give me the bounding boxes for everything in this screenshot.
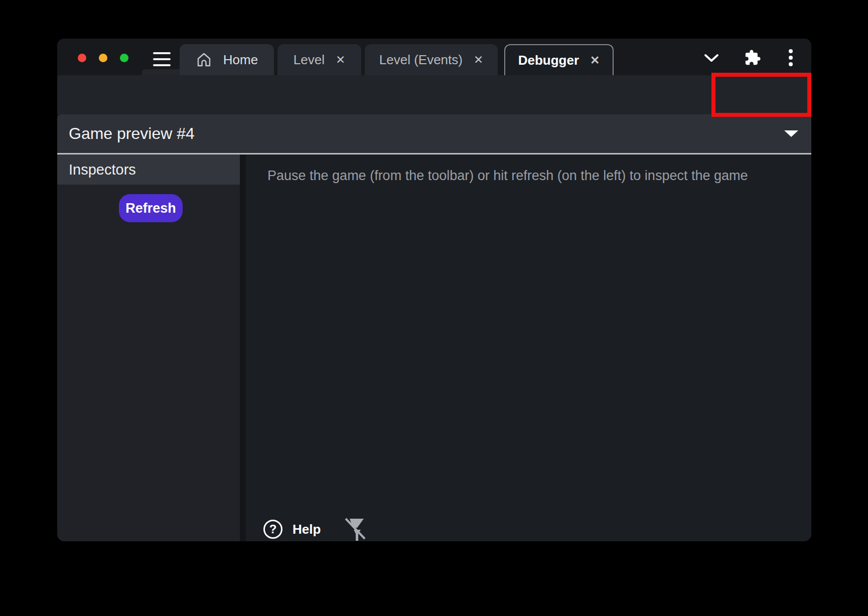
- inspectors-title: Inspectors: [69, 162, 136, 178]
- close-icon[interactable]: ✕: [336, 54, 345, 66]
- home-icon: [196, 52, 212, 68]
- refresh-button[interactable]: Refresh: [119, 194, 183, 222]
- inspectors-sidebar: Inspectors Refresh: [57, 155, 240, 541]
- tab-label: Level: [294, 52, 325, 68]
- kebab-menu-icon[interactable]: [789, 49, 793, 66]
- debugger-hint-text: Pause the game (from the toolbar) or hit…: [267, 168, 748, 184]
- game-preview-header[interactable]: Game preview #4: [57, 114, 811, 153]
- puzzle-extension-icon[interactable]: [744, 49, 761, 66]
- chevron-down-icon[interactable]: [704, 54, 719, 62]
- tab-bar: Home Level ✕ Level (Events) ✕ Debugger ✕: [57, 39, 811, 75]
- hamburger-menu-icon[interactable]: [153, 52, 171, 66]
- app-window: Home Level ✕ Level (Events) ✕ Debugger ✕: [57, 39, 811, 541]
- game-preview-title: Game preview #4: [69, 124, 195, 143]
- debugger-toolbar: Pause: [57, 75, 811, 114]
- close-icon[interactable]: ✕: [474, 54, 483, 66]
- flag-off-icon[interactable]: [343, 517, 367, 541]
- help-icon[interactable]: ?: [263, 520, 282, 539]
- close-icon[interactable]: ✕: [590, 55, 600, 66]
- footer-row: ? Help: [263, 517, 367, 541]
- traffic-close-button[interactable]: [78, 54, 86, 62]
- tab-level-events[interactable]: Level (Events) ✕: [365, 44, 498, 75]
- tab-label: Debugger: [518, 53, 579, 68]
- traffic-zoom-button[interactable]: [120, 54, 128, 62]
- tab-label: Home: [223, 52, 258, 68]
- inspectors-header: Inspectors: [57, 155, 240, 185]
- tab-home[interactable]: Home: [180, 44, 274, 75]
- traffic-minimize-button[interactable]: [99, 54, 107, 62]
- tab-label: Level (Events): [379, 52, 463, 68]
- tab-level[interactable]: Level ✕: [277, 44, 361, 75]
- debugger-main-panel: Pause the game (from the toolbar) or hit…: [246, 155, 811, 541]
- dropdown-caret-icon[interactable]: [784, 130, 798, 137]
- tab-debugger[interactable]: Debugger ✕: [504, 44, 614, 75]
- help-label[interactable]: Help: [293, 522, 321, 537]
